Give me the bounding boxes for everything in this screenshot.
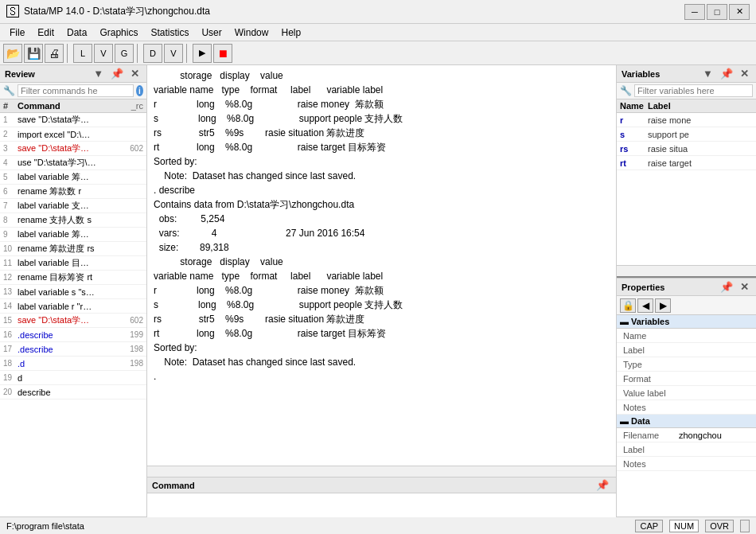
menu-item-user[interactable]: User [195,25,228,40]
review-row[interactable]: 15 save "D:\stata学… 602 [0,314,146,328]
variables-row[interactable]: s support pe [617,127,756,142]
props-filename-row: Filename zhongchou [617,428,756,442]
review-row-num: 6 [3,187,18,196]
menu-item-data[interactable]: Data [60,25,93,40]
status-empty [740,520,750,532]
props-pin-icon[interactable]: 📌 [718,280,735,294]
review-row[interactable]: 17 .describe 198 [0,342,146,357]
review-row[interactable]: 6 rename 筹款数 r [0,185,146,199]
maximize-button[interactable]: □ [707,4,727,20]
menu-item-edit[interactable]: Edit [31,25,60,40]
review-row-cmd: rename 目标筹资 rt [18,271,115,283]
review-col-command: Command [18,101,115,111]
review-row[interactable]: 9 label variable 筹… [0,228,146,242]
variables-header: Variables ▼ 📌 ✕ [617,65,756,83]
review-row-cmd: rename 筹款进度 rs [18,243,115,255]
vars-close-icon[interactable]: ✕ [738,67,751,80]
review-row[interactable]: 2 import excel "D:\… [0,127,146,142]
review-header-controls: ▼ 📌 ✕ [91,67,142,80]
review-row[interactable]: 13 label variable s "s… [0,285,146,299]
vars-pin-icon[interactable]: 📌 [718,67,735,80]
review-row-num: 4 [3,158,18,167]
review-row-cmd: label variable s "s… [18,287,115,297]
review-row[interactable]: 16 .describe 199 [0,328,146,342]
review-row[interactable]: 14 label variable r "r… [0,299,146,314]
menu-item-help[interactable]: Help [275,25,307,40]
close-button[interactable]: ✕ [729,4,750,20]
toolbar-new[interactable]: 📂 [3,44,22,63]
variables-row[interactable]: rs rasie situa [617,142,756,156]
review-filter-input[interactable] [18,84,134,97]
review-row-cmd: d [18,373,115,383]
review-row[interactable]: 12 rename 目标筹资 rt [0,271,146,285]
review-row-num: 12 [3,273,18,282]
command-input[interactable] [152,500,611,511]
review-row[interactable]: 18 .d 198 [0,357,146,371]
review-row[interactable]: 4 use "D:\stata学习\… [0,156,146,170]
review-row-cmd: .describe [18,345,115,354]
props-close-icon[interactable]: ✕ [738,280,751,294]
menu-item-statistics[interactable]: Statistics [144,25,195,40]
toolbar-do-file[interactable]: ▶ [193,44,212,63]
menu-item-file[interactable]: File [3,25,31,40]
variables-scrollbar[interactable] [617,265,756,276]
menu-item-graphics[interactable]: Graphics [93,25,144,40]
review-row[interactable]: 20 describe [0,385,146,400]
toolbar-save[interactable]: 💾 [24,44,43,63]
command-pin-icon[interactable]: 📌 [594,478,611,492]
var-name: r [620,115,648,125]
review-row[interactable]: 7 label variable 支… [0,199,146,213]
toolbar-var-manager[interactable]: V [164,44,183,63]
review-info-icon[interactable]: i [136,85,143,96]
review-pin-icon[interactable]: 📌 [108,67,126,80]
review-row[interactable]: 3 save "D:\stata学… 602 [0,142,146,156]
review-row-cmd: label variable 筹… [18,171,115,183]
minimize-button[interactable]: ─ [684,4,705,20]
review-close-icon[interactable]: ✕ [128,67,142,80]
props-next-button[interactable]: ▶ [655,298,671,313]
toolbar-stop[interactable]: ⏹ [213,44,232,63]
results-scroll[interactable]: storage display valuevariable name type … [147,65,616,466]
vars-filter-icon[interactable]: ▼ [700,67,715,80]
results-output[interactable]: storage display valuevariable name type … [147,65,616,466]
var-label: support pe [648,130,753,139]
command-input-area[interactable] [147,493,616,517]
result-line: variable name type format label variable… [154,83,610,97]
status-indicators: CAP NUM OVR [635,520,750,532]
result-line: . [154,369,610,384]
props-lock-button[interactable]: 🔒 [620,298,636,313]
review-filter-icon[interactable]: ▼ [91,67,106,80]
result-line: . describe [154,183,610,197]
review-row[interactable]: 1 save "D:\stata学… [0,113,146,127]
variables-filter-input[interactable] [634,84,753,97]
review-row[interactable]: 5 label variable 筹… [0,170,146,185]
review-row[interactable]: 8 rename 支持人数 s [0,213,146,228]
results-horizontal-scrollbar[interactable] [147,466,616,477]
variables-row[interactable]: r raise mone [617,113,756,127]
menu-item-window[interactable]: Window [228,25,275,40]
props-prev-button[interactable]: ◀ [637,298,653,313]
variables-row[interactable]: rt raise target [617,156,756,170]
review-row-num: 8 [3,216,18,224]
var-label: raise mone [648,115,753,125]
result-line: Note: Dataset has changed since last sav… [154,355,610,369]
props-data-section[interactable]: ▬ Data [617,415,756,428]
review-row[interactable]: 11 label variable 目… [0,256,146,271]
toolbar-print[interactable]: 🖨 [45,44,64,63]
toolbar-viewer[interactable]: V [94,44,113,63]
statusbar: F:\program file\stata CAP NUM OVR [0,516,756,534]
props-variables-section[interactable]: ▬ Variables [617,315,756,329]
review-col-hash: # [3,101,18,111]
properties-header-controls: 📌 ✕ [718,281,751,293]
toolbar-data-editor[interactable]: D [143,44,162,63]
review-row-num: 19 [3,373,18,382]
review-search-icon: 🔧 [3,85,15,96]
toolbar-log[interactable]: L [73,44,92,63]
review-column-headers: # Command _rc [0,99,146,113]
review-row-cmd: rename 筹款数 r [18,185,115,197]
review-row-num: 14 [3,302,18,310]
review-row[interactable]: 10 rename 筹款进度 rs [0,242,146,256]
toolbar-graph[interactable]: G [115,44,134,63]
review-row[interactable]: 19 d [0,371,146,385]
review-row-num: 18 [3,359,18,368]
